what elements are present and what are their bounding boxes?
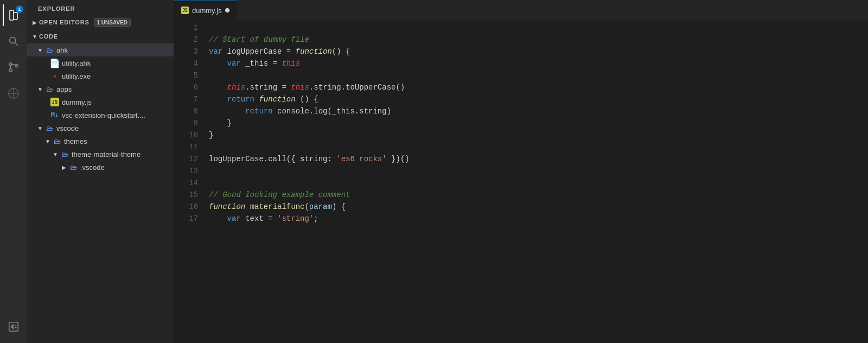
ahk-label: ahk [56,46,68,54]
line-numbers: 1 2 3 4 5 6 7 8 9 10 11 12 13 14 15 16 1… [174,20,203,343]
sidebar-item-utility-ahk[interactable]: 📄 utility.ahk [27,56,174,69]
code-arrow: ▼ [30,32,39,41]
search-icon[interactable] [3,30,24,52]
vsc-extension-label: vsc-extension-quickstart.... [62,111,145,119]
sidebar-item-dummy-js[interactable]: JS dummy.js [27,96,174,109]
themes-arrow: ▼ [43,137,52,145]
utility-exe-icon: ▪ [50,71,60,81]
code-label: CODE [39,33,58,40]
apps-arrow: ▼ [36,85,44,93]
code-line-9: } [209,117,868,129]
sidebar-item-themes[interactable]: ▼ 🗁 themes [27,135,174,148]
tabs-bar: JS dummy.js [174,0,868,20]
code-line-2: // Start of dummy file [209,34,868,46]
dummy-js-icon: JS [50,97,60,107]
md-icon: M↓ [50,110,60,120]
svg-rect-10 [9,322,18,332]
remote-icon[interactable] [3,316,24,338]
sidebar-item-ahk[interactable]: ▼ 🗁 ahk [27,43,174,56]
open-editors-arrow: ▶ [30,18,39,27]
code-line-6: this.string = this.string.toUpperCase() [209,81,868,93]
sidebar-item-vsc-extension[interactable]: M↓ vsc-extension-quickstart.... [27,109,174,122]
code-line-13 [209,165,868,177]
explorer-badge: 1 [16,5,23,13]
code-line-7: return function () { [209,93,868,105]
sidebar-item-dot-vscode[interactable]: ▶ 🗁 .vscode [27,161,174,174]
code-line-10: } [209,129,868,141]
dot-vscode-folder-icon: 🗁 [68,162,78,172]
open-editors-section[interactable]: ▶ OPEN EDITORS 1 UNSAVED [27,15,174,29]
tab-js-icon: JS [181,7,189,14]
utility-ahk-icon: 📄 [50,58,60,68]
code-line-14 [209,177,868,189]
vscode-label: vscode [56,124,79,132]
sidebar-item-theme-material[interactable]: ▼ 🗁 theme-material-theme [27,148,174,161]
code-line-3: var logUpperCase = function() { [209,46,868,58]
editor-content[interactable]: 1 2 3 4 5 6 7 8 9 10 11 12 13 14 15 16 1… [174,20,868,343]
activity-bar: 1 [0,0,27,343]
code-line-12: logUpperCase.call({ string: 'es6 rocks' … [209,153,868,165]
theme-material-arrow: ▼ [51,150,60,158]
ahk-arrow: ▼ [36,46,44,54]
code-line-15: // Good looking example comment [209,189,868,201]
code-line-11 [209,141,868,153]
dot-vscode-arrow: ▶ [60,163,68,172]
svg-point-1 [10,37,16,43]
code-line-5 [209,69,868,81]
tab-dummy-js[interactable]: JS dummy.js [174,1,237,20]
dot-vscode-label: .vscode [80,163,105,172]
code-line-4: var _this = this [209,58,868,69]
unsaved-dot [225,8,229,12]
utility-ahk-label: utility.ahk [62,59,91,67]
sidebar-item-vscode[interactable]: ▼ 🗁 vscode [27,122,174,135]
tab-filename: dummy.js [192,7,222,15]
apps-folder-icon: 🗁 [44,84,54,94]
code-section[interactable]: ▼ CODE [27,29,174,43]
open-editors-badge: 1 UNSAVED [94,18,131,27]
vscode-arrow: ▼ [36,124,44,132]
explorer-icon[interactable]: 1 [3,4,24,26]
sidebar: EXPLORER ▶ OPEN EDITORS 1 UNSAVED ▼ CODE… [27,0,174,343]
code-line-1 [209,22,868,34]
code-line-8: return console.log(_this.string) [209,105,868,117]
dummy-js-label: dummy.js [62,98,92,106]
utility-exe-label: utility.exe [62,72,91,80]
vscode-folder-icon: 🗁 [44,123,54,133]
svg-line-2 [15,43,18,46]
sidebar-item-utility-exe[interactable]: ▪ utility.exe [27,69,174,82]
source-control-icon[interactable] [3,56,24,78]
themes-folder-icon: 🗁 [52,136,62,146]
extensions-icon[interactable] [3,82,24,104]
svg-point-4 [9,69,12,72]
editor-area: JS dummy.js 1 2 3 4 5 6 7 8 9 10 11 12 1… [174,0,868,343]
code-line-17: var text = 'string'; [209,213,868,225]
code-line-16: function materialfunc(param) { [209,201,868,213]
theme-material-label: theme-material-theme [72,150,141,158]
code-editor[interactable]: // Start of dummy file var logUpperCase … [203,20,868,343]
apps-label: apps [56,85,72,93]
ahk-folder-icon: 🗁 [44,45,54,55]
theme-material-folder-icon: 🗁 [60,149,69,159]
sidebar-title: EXPLORER [27,0,174,15]
sidebar-item-apps[interactable]: ▼ 🗁 apps [27,82,174,96]
themes-label: themes [64,137,87,145]
open-editors-label: OPEN EDITORS [39,19,90,26]
svg-rect-0 [10,10,14,20]
